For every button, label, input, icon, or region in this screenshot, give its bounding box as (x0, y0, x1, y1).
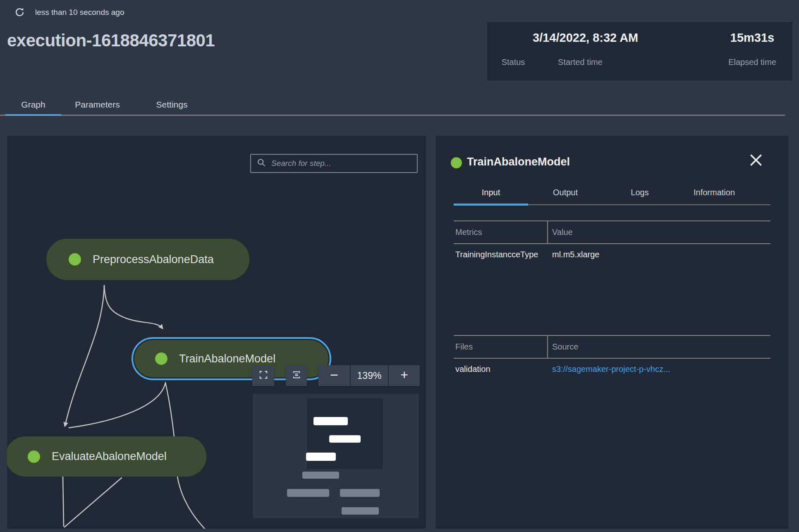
search-step-input[interactable] (271, 159, 411, 168)
s3-source-link[interactable]: s3://sagemaker-project-p-vhcz... (552, 364, 670, 374)
started-time-value: 3/14/2022, 8:32 AM (533, 29, 628, 46)
files-column-header: Files (454, 336, 548, 358)
close-icon (748, 152, 764, 170)
minimap-node-bar (302, 472, 339, 479)
metric-value-cell: ml.m5.xlarge (548, 250, 770, 259)
metrics-table-header: Metrics Value (454, 220, 770, 244)
execution-status-card: Status 3/14/2022, 8:32 AM Started time 1… (487, 22, 792, 81)
metric-name-cell: TrainingInstancceType (454, 250, 548, 259)
minimap-node-bar (342, 507, 379, 515)
refresh-icon[interactable] (14, 7, 25, 18)
zoom-level-indicator: 139% (351, 365, 388, 386)
fit-to-screen-icon (259, 370, 268, 381)
detail-tab-output[interactable]: Output (528, 180, 603, 204)
elapsed-time-value: 15m31s (717, 29, 787, 46)
metrics-column-header: Metrics (454, 221, 548, 243)
elapsed-time-label: Elapsed time (717, 58, 787, 67)
graph-node-evaluate[interactable]: EvaluateAbaloneModel (7, 436, 206, 477)
minimap-node-bar (329, 435, 361, 443)
detail-tab-information[interactable]: Information (677, 180, 751, 204)
source-column-header: Source (548, 336, 770, 358)
close-panel-button[interactable] (747, 152, 765, 170)
metrics-table: Metrics Value TrainingInstancceType ml.m… (454, 220, 770, 259)
started-time-column: 3/14/2022, 8:32 AM Started time (533, 22, 628, 81)
node-label: TrainAbaloneModel (179, 352, 275, 365)
step-detail-title: TrainAbaloneModel (467, 156, 570, 168)
node-label: PreprocessAbaloneData (93, 253, 214, 266)
pipeline-graph-canvas[interactable]: PreprocessAbaloneData TrainAbaloneModel … (7, 136, 426, 529)
step-search-box (250, 154, 418, 173)
node-status-dot (155, 352, 167, 365)
value-column-header: Value (548, 221, 770, 243)
minimap-node-bar (313, 417, 348, 425)
elapsed-time-column: 15m31s Elapsed time (717, 22, 787, 81)
main-tab-bar: Graph Parameters Settings (0, 94, 785, 116)
detail-tab-bar: Input Output Logs Information (454, 180, 770, 205)
pipeline-execution-page: less than 10 seconds ago execution-16188… (0, 0, 799, 532)
search-icon (257, 158, 266, 169)
focus-selection-icon (292, 370, 301, 381)
last-refreshed-text: less than 10 seconds ago (35, 8, 124, 17)
zoom-control-group: − 139% + (318, 365, 420, 386)
tab-parameters[interactable]: Parameters (61, 94, 134, 115)
step-detail-panel: TrainAbaloneModel Input Output Logs Info… (435, 136, 789, 529)
detail-tab-logs[interactable]: Logs (603, 180, 677, 204)
zoom-in-button[interactable]: + (389, 365, 420, 386)
file-name-cell: validation (454, 364, 548, 374)
zoom-out-button[interactable]: − (318, 365, 350, 386)
page-title: execution-1618846371801 (7, 31, 215, 50)
step-status-dot (451, 157, 462, 168)
status-column: Status (495, 22, 532, 81)
focus-selection-button[interactable] (286, 365, 307, 386)
status-label: Status (495, 58, 532, 67)
table-row: TrainingInstancceType ml.m5.xlarge (454, 244, 770, 259)
graph-node-preprocess[interactable]: PreprocessAbaloneData (46, 239, 249, 280)
table-row: validation s3://sagemaker-project-p-vhcz… (454, 359, 770, 374)
tab-graph[interactable]: Graph (5, 94, 61, 115)
fit-to-screen-button[interactable] (252, 365, 274, 386)
node-status-dot (28, 451, 40, 463)
graph-minimap[interactable] (253, 394, 419, 518)
node-status-dot (69, 253, 81, 266)
minimap-node-bar (306, 453, 336, 461)
files-table-header: Files Source (454, 335, 770, 359)
files-table: Files Source validation s3://sagemaker-p… (454, 335, 770, 374)
started-time-label: Started time (533, 58, 628, 67)
minimap-node-bar (340, 489, 380, 497)
tab-settings[interactable]: Settings (134, 94, 210, 115)
minimap-node-bar (287, 489, 329, 497)
node-label: EvaluateAbaloneModel (52, 450, 167, 463)
detail-tab-input[interactable]: Input (454, 180, 528, 204)
refresh-row: less than 10 seconds ago (14, 7, 124, 18)
